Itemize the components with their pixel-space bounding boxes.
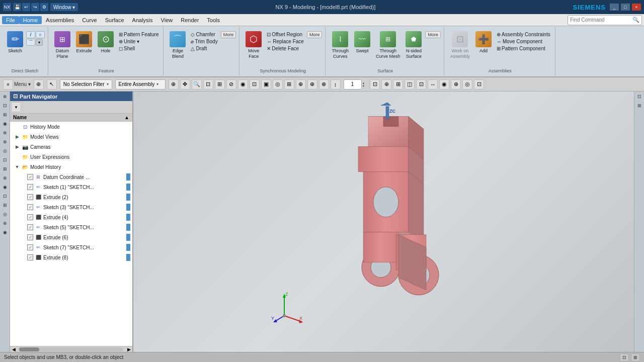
zoom-icon[interactable]: 🔍 xyxy=(192,79,202,89)
redo-icon[interactable]: ↪ xyxy=(31,3,39,11)
n-sided-surface-button[interactable]: ⬟ N-sidedSurface xyxy=(404,30,424,60)
sidebar-icon-9[interactable]: ⊞ xyxy=(1,165,9,173)
feature-more-button[interactable]: More xyxy=(221,31,236,38)
extra9-icon[interactable]: ◎ xyxy=(462,79,472,89)
assembly-constraints-button[interactable]: ⊕Assembly Constraints xyxy=(495,31,552,38)
arc-tool[interactable]: ⌒ xyxy=(26,39,35,46)
resource-bar-icon[interactable]: ≡ xyxy=(3,79,13,89)
tree-item-cameras[interactable]: ▶ 📷 Cameras xyxy=(10,142,132,152)
dims-icon[interactable]: ⊕ xyxy=(296,79,306,89)
sidebar-icon-4[interactable]: ◉ xyxy=(1,120,9,128)
edge-blend-button[interactable]: ⌒ EdgeBlend xyxy=(168,30,188,60)
tree-item-model-views[interactable]: ▶ 📁 Model Views xyxy=(10,132,132,142)
extra8-icon[interactable]: ⊕ xyxy=(451,79,461,89)
render-style[interactable]: ▣ xyxy=(261,79,271,89)
pattern-feature-button[interactable]: ⊞Pattern Feature xyxy=(117,31,160,38)
shell-button[interactable]: ◻Shell xyxy=(117,45,160,52)
sidebar-icon-10[interactable]: ⊕ xyxy=(1,174,9,182)
scope-dropdown[interactable]: Entire Assembly ▾ xyxy=(115,79,166,89)
sidebar-icon-2[interactable]: ⊡ xyxy=(1,102,9,110)
sidebar-icon-3[interactable]: ⊞ xyxy=(1,111,9,119)
sidebar-icon-6[interactable]: ⊕ xyxy=(1,138,9,146)
right-icon-1[interactable]: ⊡ xyxy=(635,93,643,101)
menu-assemblies[interactable]: Assemblies xyxy=(42,16,78,24)
expander-model-views[interactable]: ▶ xyxy=(14,134,20,140)
spinner-down[interactable]: ▼ xyxy=(362,84,365,87)
check-datum[interactable]: ✓ xyxy=(27,174,33,180)
extra7-icon[interactable]: ◉ xyxy=(439,79,449,89)
section-icon[interactable]: ⊘ xyxy=(226,79,236,89)
tree-item-sketch-7[interactable]: ✓ ✏ Sketch (7) "SKETCH... xyxy=(10,242,132,252)
sidebar-icon-16[interactable]: ◉ xyxy=(1,228,9,236)
scroll-left[interactable]: ◀ xyxy=(10,346,17,352)
layer-icon[interactable]: ⊞ xyxy=(284,79,294,89)
sidebar-icon-12[interactable]: ⊡ xyxy=(1,192,9,200)
sync-more-button[interactable]: More xyxy=(307,31,323,38)
extrude-button[interactable]: ⬛ Extrude xyxy=(74,30,94,55)
undo-icon[interactable]: ↩ xyxy=(22,3,30,11)
offset-region-button[interactable]: ⊡Offset Region xyxy=(265,31,305,38)
viewport[interactable]: ZC Z X Y xyxy=(133,92,634,352)
check-sk5[interactable]: ✓ xyxy=(27,224,33,230)
snap2-icon[interactable]: ⊗ xyxy=(319,79,329,89)
check-sk7[interactable]: ✓ xyxy=(27,244,33,250)
sketch-more-arrow[interactable]: ▾ xyxy=(36,39,43,46)
tree-item-sketch-1[interactable]: ✓ ✏ Sketch (1) "SKETCH... xyxy=(10,182,132,192)
pan-icon[interactable]: ✥ xyxy=(180,79,190,89)
move-face-button[interactable]: ⬡ MoveFace xyxy=(244,30,264,60)
sidebar-icon-13[interactable]: ⊞ xyxy=(1,201,9,209)
extra5-icon[interactable]: ⊡ xyxy=(416,79,426,89)
delete-face-button[interactable]: ✕Delete Face xyxy=(265,45,305,52)
menu-render[interactable]: Render xyxy=(177,16,203,24)
scroll-thumb[interactable] xyxy=(19,347,39,351)
sidebar-icon-14[interactable]: ◎ xyxy=(1,210,9,218)
options-icon[interactable]: ⚙ xyxy=(40,3,48,11)
tree-item-extrude-6[interactable]: ✓ ⬛ Extrude (6) xyxy=(10,232,132,242)
find-command-box[interactable]: 🔍 xyxy=(568,15,642,25)
draft-button[interactable]: △Draft xyxy=(189,45,219,52)
menu-home[interactable]: Home xyxy=(19,16,42,24)
tree-item-datum-coord[interactable]: ✓ ⊞ Datum Coordinate ... xyxy=(10,172,132,182)
check-ex2[interactable]: ✓ xyxy=(27,194,33,200)
circle-tool[interactable]: ○ xyxy=(36,31,45,38)
nav-tool-1[interactable]: ▼ xyxy=(11,102,21,112)
menu-file[interactable]: File xyxy=(2,16,19,24)
visual-icon[interactable]: ◉ xyxy=(238,79,248,89)
datum-plane-button[interactable]: ⊞ DatumPlane xyxy=(52,30,72,60)
check-ex6[interactable]: ✓ xyxy=(27,234,33,240)
sidebar-icon-7[interactable]: ◎ xyxy=(1,147,9,155)
tree-item-extrude-8[interactable]: ✓ ⬛ Extrude (8) xyxy=(10,252,132,262)
drag-icon[interactable]: ↕ xyxy=(331,79,341,89)
fit-icon[interactable]: ⊡ xyxy=(203,79,213,89)
unite-button[interactable]: ⊕Unite ▾ xyxy=(117,38,160,45)
check-ex4[interactable]: ✓ xyxy=(27,214,33,220)
extra10-icon[interactable]: ⊡ xyxy=(474,79,484,89)
tree-item-extrude-4[interactable]: ✓ ⬛ Extrude (4) xyxy=(10,212,132,222)
surface-more-button[interactable]: More xyxy=(425,31,441,38)
tree-item-history-mode[interactable]: ⊡ History Mode xyxy=(10,122,132,132)
hole-button[interactable]: ⊙ Hole xyxy=(96,30,116,55)
snap-icon[interactable]: ⊕ xyxy=(34,79,44,89)
extra1-icon[interactable]: ⊡ xyxy=(370,79,380,89)
save-icon[interactable]: 💾 xyxy=(13,3,21,11)
work-on-assembly-button[interactable]: ⊡ Work onAssembly xyxy=(448,30,472,60)
extra6-icon[interactable]: ↔ xyxy=(428,79,438,89)
line-tool[interactable]: / xyxy=(26,31,35,38)
pattern-component-button[interactable]: ⊞Pattern Component xyxy=(495,45,552,52)
minimize-button[interactable]: _ xyxy=(610,4,619,11)
menu-curve[interactable]: Curve xyxy=(78,16,101,24)
through-curves-button[interactable]: ⌇ ThroughCurves xyxy=(330,30,351,60)
tree-item-model-history[interactable]: ▼ 📂 Model History xyxy=(10,162,132,172)
tree-item-sketch-5[interactable]: ✓ ✏ Sketch (5) "SKETCH... xyxy=(10,222,132,232)
number-value[interactable]: 1 xyxy=(344,79,362,89)
select-icon[interactable]: ↖ xyxy=(47,79,57,89)
replace-face-button[interactable]: ↔Replace Face xyxy=(265,38,305,45)
status-btn-2[interactable]: ⊞ xyxy=(631,353,640,361)
extra3-icon[interactable]: ⊞ xyxy=(393,79,403,89)
wireframe-icon[interactable]: ⊡ xyxy=(250,79,260,89)
extra2-icon[interactable]: ⊕ xyxy=(381,79,391,89)
menu-analysis[interactable]: Analysis xyxy=(128,16,157,24)
maximize-button[interactable]: □ xyxy=(621,4,630,11)
sidebar-icon-15[interactable]: ⊕ xyxy=(1,219,9,227)
tree-item-user-expressions[interactable]: 📁 User Expressions xyxy=(10,152,132,162)
